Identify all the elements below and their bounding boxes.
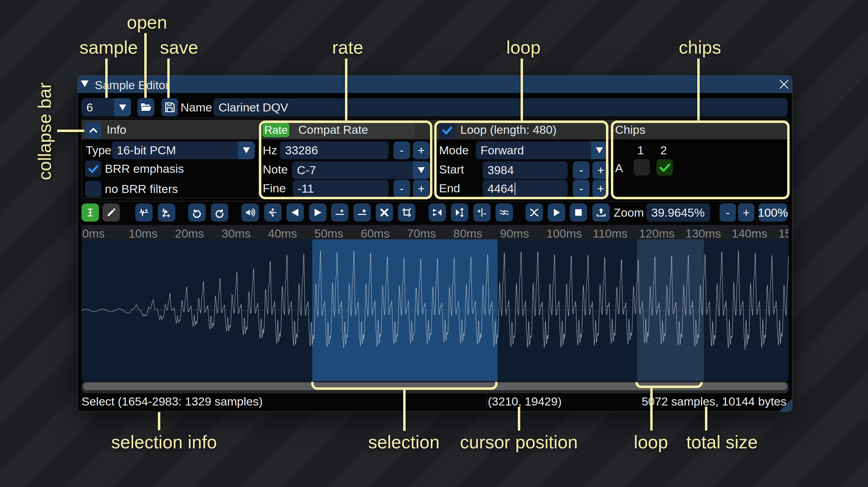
resize-grip[interactable] (779, 399, 792, 411)
fine-input[interactable]: -11 (293, 180, 389, 198)
ruler-label: 60ms (361, 227, 390, 239)
name-label: Name (180, 101, 212, 114)
checkmark-icon (659, 161, 671, 174)
close-icon[interactable] (779, 79, 789, 90)
info-panel: Info Type 16-bit PCM BRR emphasis no BRR… (82, 120, 259, 198)
loop-start-input[interactable]: 3984 (483, 161, 568, 179)
status-total-size: 5072 samples, 10144 bytes (642, 395, 786, 408)
info-collapse-button[interactable] (85, 122, 101, 138)
note-combo-arrow-icon[interactable] (413, 161, 430, 179)
reverse-button[interactable] (429, 203, 446, 222)
open-sample-button[interactable] (137, 98, 154, 116)
ruler-label: 150ms (778, 227, 789, 239)
type-combo[interactable]: 16-bit PCM (112, 141, 255, 159)
trim-button[interactable] (398, 203, 415, 222)
resize-button[interactable] (135, 203, 153, 222)
floppy-save-icon (164, 101, 176, 113)
apply-silence-icon (356, 207, 368, 218)
resample-button[interactable] (158, 203, 175, 222)
name-input[interactable]: Clarinet DQV (214, 98, 788, 116)
note-combo[interactable]: C-7 (292, 161, 430, 179)
annotation-collapse-bar-line (57, 130, 84, 132)
chip-1-checkbox[interactable] (633, 159, 650, 176)
waveform-display[interactable] (82, 239, 789, 381)
loop-enable-checkbox[interactable] (439, 122, 455, 138)
draw-mode-button[interactable] (102, 203, 120, 222)
save-sample-button[interactable] (161, 98, 178, 116)
invert-button[interactable] (451, 203, 468, 222)
timeline-ruler[interactable]: 0ms10ms20ms30ms40ms50ms60ms70ms80ms90ms1… (82, 226, 789, 239)
signed-unsigned-button[interactable] (473, 203, 491, 222)
zoom-value-input[interactable]: 39.9645% (646, 203, 710, 222)
status-cursor-position: (3210, 19429) (488, 395, 562, 408)
chips-panel: Chips 1 2 A (612, 120, 789, 198)
no-brr-filters-checkbox[interactable] (85, 181, 101, 197)
fine-increment-button[interactable]: + (413, 180, 430, 198)
note-combo-value: C-7 (292, 163, 413, 177)
loop-end-value: 4464 (487, 182, 514, 195)
undo-button[interactable] (188, 203, 206, 222)
horizontal-scrollbar[interactable] (82, 381, 789, 393)
redo-button[interactable] (211, 203, 228, 222)
hz-input-value: 33286 (285, 144, 318, 157)
rate-header-button[interactable]: Rate (262, 123, 290, 137)
loop-start-value: 3984 (487, 163, 514, 177)
checkmark-icon (441, 124, 453, 136)
zoom-out-button[interactable]: - (720, 203, 736, 222)
type-combo-arrow-icon[interactable] (238, 141, 255, 159)
speaker-volume-icon (245, 207, 256, 218)
window-collapse-icon[interactable] (81, 80, 89, 87)
ruler-label: 30ms (222, 227, 251, 239)
title-bar[interactable]: Sample Editor (78, 76, 792, 93)
fade-out-button[interactable] (309, 203, 327, 222)
zoom-reset-button[interactable]: 100% (759, 203, 787, 222)
fine-decrement-button[interactable]: - (393, 180, 410, 198)
hz-decrement-button[interactable]: - (393, 141, 410, 159)
apply-silence-button[interactable] (353, 203, 371, 222)
annotation-loop-bottom-line (650, 387, 653, 431)
zoom-in-button[interactable]: + (738, 203, 754, 222)
loop-end-input[interactable]: 4464 (483, 180, 568, 198)
preview-button[interactable] (548, 203, 565, 222)
scrollbar-grab[interactable] (83, 382, 787, 390)
pencil-icon (106, 207, 116, 218)
loop-mode-combo[interactable]: Forward (476, 141, 608, 159)
amplify-button[interactable] (241, 203, 259, 222)
annotation-total-size-line (705, 407, 707, 431)
text-caret (515, 183, 515, 195)
stop-preview-button[interactable] (570, 203, 587, 222)
import-button[interactable] (592, 203, 610, 222)
loop-end-decrement-button[interactable]: - (573, 180, 590, 198)
zoom-label: Zoom (614, 206, 644, 219)
hz-input[interactable]: 33286 (280, 141, 389, 159)
resize-icon (138, 207, 149, 218)
mode-label: Mode (439, 144, 469, 157)
loop-start-decrement-button[interactable]: - (573, 161, 590, 179)
rate-panel: Rate Compat Rate Hz 33286 - + Note C-7 F… (259, 120, 436, 198)
annotation-rate-label: rate (332, 38, 363, 56)
select-mode-button[interactable] (82, 203, 99, 222)
annotation-loop-line (521, 59, 523, 121)
annotation-open-line (144, 33, 147, 98)
delete-button[interactable] (376, 203, 393, 222)
compat-rate-label[interactable]: Compat Rate (298, 123, 368, 137)
loop-start-increment-button[interactable]: + (592, 161, 609, 179)
sample-select-arrow-icon[interactable] (114, 98, 131, 116)
crossfade-button[interactable] (525, 203, 543, 222)
hz-increment-button[interactable]: + (413, 141, 430, 159)
loop-mode-arrow-icon[interactable] (591, 141, 608, 159)
normalize-button[interactable] (264, 203, 282, 222)
fine-input-value: -11 (298, 182, 314, 195)
sample-select-combo[interactable]: 6 (82, 98, 131, 116)
name-input-value: Clarinet DQV (218, 101, 288, 114)
insert-silence-button[interactable] (331, 203, 348, 222)
chip-2-checkbox[interactable] (656, 159, 673, 176)
waveform-plot (82, 239, 789, 381)
apply-filter-button[interactable] (496, 203, 513, 222)
loop-end-increment-button[interactable]: + (592, 180, 609, 198)
fade-in-button[interactable] (286, 203, 304, 222)
note-label: Note (263, 163, 288, 176)
sample-editor-window: Sample Editor 6 Name Clarinet DQV (77, 75, 792, 412)
brr-emphasis-checkbox[interactable] (85, 161, 101, 177)
undo-icon (191, 207, 202, 218)
